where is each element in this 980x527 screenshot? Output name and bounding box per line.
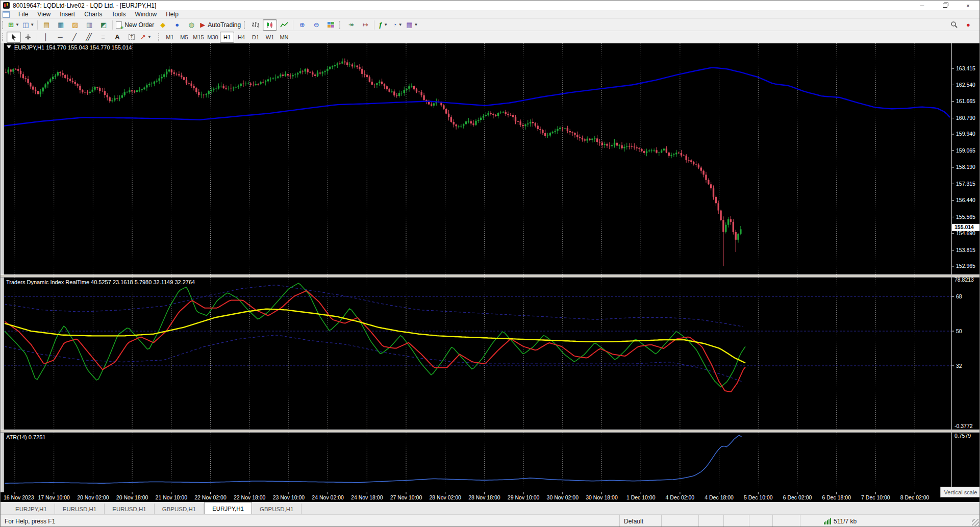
restore-icon [943,4,947,8]
vertical-line-button[interactable]: │ [39,32,53,43]
chart-tab-3[interactable]: GBPUSD,H1 [155,504,204,514]
fibonacci-button[interactable]: ≡ [96,32,110,43]
trendline-button[interactable]: ╱ [67,32,82,43]
menu-item-view[interactable]: View [33,10,55,18]
menu-item-insert[interactable]: Insert [55,10,80,18]
autotrading-icon: ▶ [200,21,205,28]
text-icon: A [115,34,119,40]
minimize-button[interactable]: ─ [911,1,934,10]
candlestick-chart-button[interactable] [263,19,277,31]
chevron-down-icon: ▼ [147,35,152,39]
terminal-button[interactable]: ▥ [82,19,96,31]
timeframe-button-mn[interactable]: MN [277,32,291,43]
templates-icon: ▦ [406,21,412,28]
timeframe-button-m30[interactable]: M30 [206,32,220,43]
auto-scroll-button[interactable]: ↠ [344,19,358,31]
text-label-button[interactable]: T [124,32,139,43]
titlebar: 80019647: LQDLtd-Live02 - LQD Ltd. - [EU… [1,1,979,10]
app-icon [3,2,10,9]
market-watch-button[interactable]: ▤ [39,19,54,31]
profiles-button[interactable]: ◫▼ [21,19,36,31]
chart-tab-2[interactable]: EURUSD,H1 [105,504,154,514]
zoom-out-button[interactable]: ⊖ [309,19,323,31]
zoom-in-icon: ⊕ [299,21,305,28]
resize-grip[interactable] [972,519,979,526]
autotrading-button[interactable]: ▶AutoTrading [198,19,242,31]
vertical-scale-tooltip: Vertical scale [940,487,980,497]
clock-icon: ◔ [393,21,397,28]
chart-shift-button[interactable]: ↦ [358,19,372,31]
news-button[interactable]: ● [170,19,184,31]
menu-item-file[interactable]: File [14,10,33,18]
status-help-text: For Help, press F1 [1,515,619,527]
chart-tab-1[interactable]: EURUSD,H1 [55,504,105,514]
horizontal-line-button[interactable]: ─ [53,32,67,43]
navigator-icon: ▨ [72,21,78,28]
timeframe-button-d1[interactable]: D1 [248,32,263,43]
bar-chart-button[interactable] [248,19,263,31]
menu-item-help[interactable]: Help [161,10,183,18]
time-axis[interactable] [1,492,980,502]
timeframe-button-h1[interactable]: H1 [220,32,234,43]
line-studies-toolbar: │ ─ ╱ ╱╱ ≡ A T ↗▼ M1M5M15M30H1H4D1W1MN [1,31,979,43]
new-order-button[interactable]: New Order [114,19,156,31]
price-axis-separator [951,43,952,492]
window-title: 80019647: LQDLtd-Live02 - LQD Ltd. - [EU… [13,2,156,9]
label-icon: T [129,34,135,40]
periods-button[interactable]: ◔▼ [390,19,405,31]
line-chart-button[interactable] [277,19,291,31]
metaeditor-icon: ◆ [160,21,165,28]
community-button[interactable]: ◍ [184,19,198,31]
text-button[interactable]: A [110,32,124,43]
tile-windows-button[interactable] [323,19,338,31]
status-profile[interactable]: Default [619,515,661,527]
main-chart-pane[interactable] [4,43,980,274]
channel-button[interactable]: ╱╱ [82,32,96,43]
tdi-indicator-pane[interactable] [4,278,980,430]
connection-speed: 511/7 kb [834,518,857,525]
chart-left-border [1,43,4,502]
autotrading-label: AutoTrading [208,21,241,29]
cursor-button[interactable] [7,32,21,43]
data-window-button[interactable]: ▦ [54,19,68,31]
profiles-icon: ◫ [22,21,29,28]
status-cell [698,515,723,527]
chart-tab-5[interactable]: GBPUSD,H1 [252,504,301,514]
chart-tabs-bar: EURJPY,H1EURUSD,H1EURUSD,H1GBPUSD,H1EURJ… [1,502,980,515]
menu-item-window[interactable]: Window [131,10,162,18]
timeframe-button-m5[interactable]: M5 [177,32,191,43]
new-chart-button[interactable]: ⊞▼ [7,19,21,31]
close-button[interactable]: × [957,1,979,10]
standard-toolbar: ⊞▼ ◫▼ ▤ ▦ ▨ ▥ ◩ New Order ◆ ● ◍ ▶AutoTra… [1,19,979,31]
arrows-button[interactable]: ↗▼ [139,32,153,43]
chart-window-icon[interactable] [3,11,10,18]
atr-indicator-pane[interactable] [4,433,980,492]
indicators-icon: ƒ [379,21,382,28]
indicators-button[interactable]: ƒ▼ [376,19,390,31]
navigator-button[interactable]: ▨ [68,19,82,31]
menu-item-tools[interactable]: Tools [107,10,131,18]
search-button[interactable] [947,19,961,31]
alerts-button[interactable]: ● [961,19,975,31]
timeframe-button-w1[interactable]: W1 [263,32,277,43]
zoom-in-button[interactable]: ⊕ [295,19,309,31]
timeframe-button-m1[interactable]: M1 [163,32,177,43]
menubar: FileViewInsertChartsToolsWindowHelp [1,10,979,19]
globe-icon: ◍ [189,21,194,28]
metaeditor-button[interactable]: ◆ [156,19,170,31]
zoom-out-icon: ⊖ [314,21,319,28]
status-cell [749,515,772,527]
timeframe-button-m15[interactable]: M15 [191,32,206,43]
templates-button[interactable]: ▦▼ [405,19,419,31]
crosshair-button[interactable] [21,32,35,43]
timeframe-button-h4[interactable]: H4 [234,32,248,43]
candlestick-chart-icon [266,21,274,29]
alert-icon: ● [966,21,970,28]
strategy-tester-button[interactable]: ◩ [96,19,111,31]
fibonacci-icon: ≡ [101,34,105,40]
chart-tab-0[interactable]: EURJPY,H1 [8,504,55,514]
restore-button[interactable] [934,1,957,10]
new-chart-icon: ⊞ [8,21,14,28]
chart-tab-4[interactable]: EURJPY,H1 [204,502,252,514]
menu-item-charts[interactable]: Charts [80,10,107,18]
